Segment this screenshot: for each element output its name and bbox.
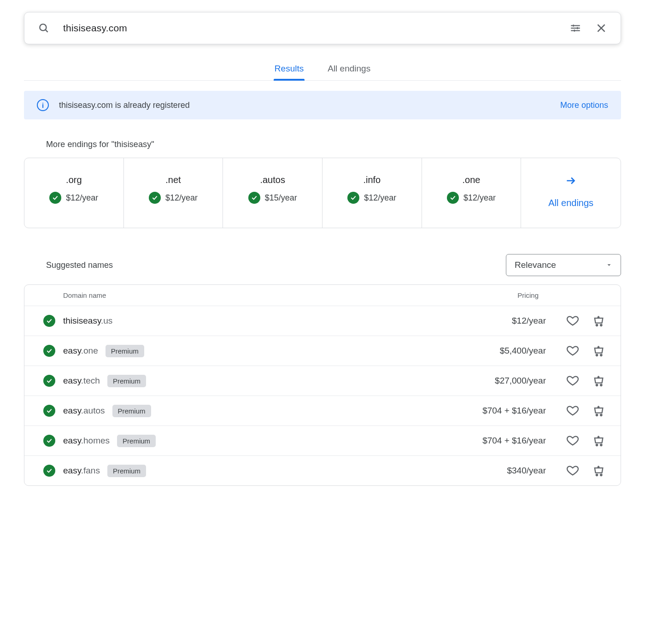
registered-banner: i thisiseasy.com is already registered M… [24, 91, 621, 119]
svg-point-16 [600, 384, 602, 386]
add-to-cart-icon[interactable] [592, 464, 605, 477]
favorite-icon[interactable] [566, 314, 579, 327]
available-check-icon [43, 465, 55, 477]
tune-icon[interactable] [569, 22, 582, 35]
ending-tld: .info [363, 175, 381, 185]
available-check-icon [49, 192, 61, 204]
available-check-icon [43, 375, 55, 387]
ending-card[interactable]: .one$12/year [422, 158, 522, 228]
domain-price: $5,400/year [446, 346, 548, 356]
add-to-cart-icon[interactable] [592, 314, 605, 327]
svg-line-1 [45, 30, 47, 32]
ending-price: $12/year [364, 193, 396, 203]
svg-point-12 [600, 325, 602, 326]
domain-price: $340/year [446, 466, 548, 476]
ending-card[interactable]: .info$12/year [322, 158, 422, 228]
premium-badge: Premium [112, 405, 151, 417]
result-row[interactable]: easy.techPremium$27,000/year [24, 366, 621, 396]
domain-price: $12/year [446, 316, 548, 326]
ending-tld: .org [66, 175, 82, 185]
favorite-icon[interactable] [566, 404, 579, 417]
endings-grid: .org$12/year.net$12/year.autos$15/year.i… [24, 158, 621, 228]
domain-price: $704 + $16/year [446, 406, 548, 416]
tab-results[interactable]: Results [272, 58, 306, 80]
available-check-icon [43, 405, 55, 417]
svg-point-20 [600, 444, 602, 446]
suggested-heading: Suggested names [46, 260, 113, 270]
add-to-cart-icon[interactable] [592, 434, 605, 447]
available-check-icon [447, 192, 459, 204]
all-endings-card[interactable]: All endings [521, 158, 621, 228]
search-icon [37, 22, 50, 35]
add-to-cart-icon[interactable] [592, 374, 605, 387]
result-row[interactable]: easy.autosPremium$704 + $16/year [24, 396, 621, 426]
domain-price: $27,000/year [446, 376, 548, 386]
domain-search-input[interactable] [63, 23, 556, 34]
premium-badge: Premium [107, 465, 146, 477]
chevron-down-icon [606, 262, 612, 268]
info-icon: i [37, 99, 49, 111]
available-check-icon [248, 192, 260, 204]
available-check-icon [43, 315, 55, 327]
available-check-icon [43, 435, 55, 447]
svg-point-17 [596, 414, 598, 416]
ending-card[interactable]: .autos$15/year [223, 158, 322, 228]
sort-value: Relevance [515, 260, 556, 270]
ending-price: $12/year [66, 193, 98, 203]
svg-point-21 [596, 474, 598, 476]
ending-tld: .one [463, 175, 481, 185]
results-header: Domain name Pricing [24, 285, 621, 306]
col-pricing: Pricing [446, 291, 548, 299]
ending-price: $12/year [463, 193, 496, 203]
domain-name: easy.homesPremium [63, 435, 446, 447]
ending-tld: .net [165, 175, 181, 185]
all-endings-label: All endings [548, 198, 593, 208]
results-table: Domain name Pricing thisiseasy.us$12/yea… [24, 284, 621, 486]
ending-tld: .autos [260, 175, 285, 185]
premium-badge: Premium [107, 375, 146, 387]
favorite-icon[interactable] [566, 464, 579, 477]
favorite-icon[interactable] [566, 434, 579, 447]
svg-point-14 [600, 354, 602, 356]
add-to-cart-icon[interactable] [592, 344, 605, 357]
svg-point-13 [596, 354, 598, 356]
domain-name: thisiseasy.us [63, 316, 446, 326]
svg-point-18 [600, 414, 602, 416]
domain-name: easy.onePremium [63, 345, 446, 357]
svg-point-22 [600, 474, 602, 476]
tab-bar: Results All endings [24, 58, 621, 81]
favorite-icon[interactable] [566, 374, 579, 387]
svg-point-15 [596, 384, 598, 386]
premium-badge: Premium [117, 435, 156, 447]
favorite-icon[interactable] [566, 344, 579, 357]
clear-icon[interactable] [595, 22, 608, 35]
ending-price: $15/year [265, 193, 297, 203]
available-check-icon [43, 345, 55, 357]
ending-card[interactable]: .net$12/year [124, 158, 223, 228]
tab-all-endings[interactable]: All endings [325, 58, 373, 80]
svg-point-0 [40, 24, 46, 30]
domain-price: $704 + $16/year [446, 436, 548, 446]
svg-point-11 [596, 325, 598, 326]
arrow-right-icon [565, 175, 577, 189]
domain-name: easy.techPremium [63, 375, 446, 387]
add-to-cart-icon[interactable] [592, 404, 605, 417]
more-options-link[interactable]: More options [560, 100, 608, 110]
available-check-icon [347, 192, 359, 204]
premium-badge: Premium [106, 345, 144, 357]
ending-price: $12/year [165, 193, 198, 203]
domain-name: easy.fansPremium [63, 465, 446, 477]
banner-message: thisiseasy.com is already registered [59, 100, 550, 110]
search-bar [24, 12, 621, 44]
available-check-icon [149, 192, 161, 204]
result-row[interactable]: thisiseasy.us$12/year [24, 306, 621, 336]
col-domain-name: Domain name [63, 291, 446, 299]
domain-name: easy.autosPremium [63, 405, 446, 417]
result-row[interactable]: easy.homesPremium$704 + $16/year [24, 426, 621, 456]
ending-card[interactable]: .org$12/year [24, 158, 124, 228]
svg-point-19 [596, 444, 598, 446]
result-row[interactable]: easy.fansPremium$340/year [24, 456, 621, 485]
result-row[interactable]: easy.onePremium$5,400/year [24, 336, 621, 366]
sort-dropdown[interactable]: Relevance [506, 254, 621, 276]
endings-heading: More endings for "thisiseasy" [46, 140, 621, 149]
